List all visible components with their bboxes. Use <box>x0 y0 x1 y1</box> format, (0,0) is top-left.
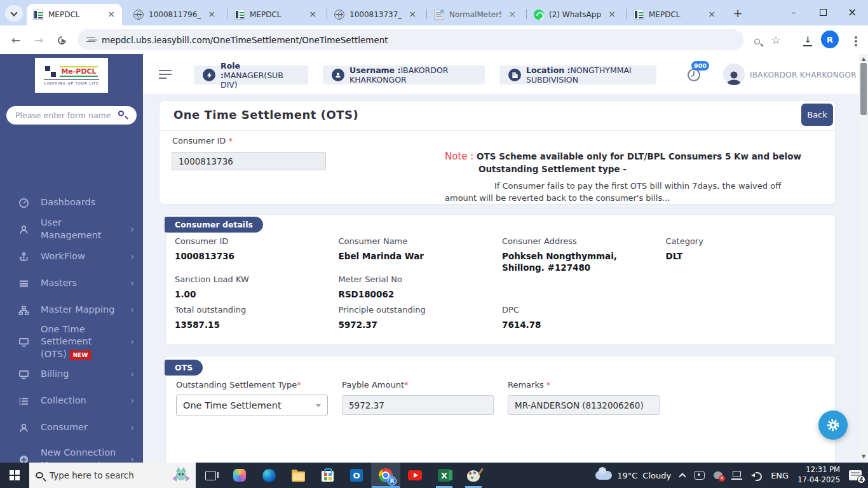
window-minimize-button[interactable]: – <box>779 0 808 24</box>
hamburger-menu-icon[interactable] <box>159 70 172 79</box>
sidebar-item-workflow[interactable]: WorkFlow › <box>0 247 143 267</box>
new-tab-button[interactable]: + <box>729 6 746 20</box>
excel-button[interactable]: X <box>430 463 459 488</box>
field-label: Consumer ID <box>175 236 339 246</box>
volume-tray-icon[interactable] <box>751 471 762 480</box>
edge-icon <box>262 469 276 482</box>
browser-tab[interactable]: MEPDCL × <box>228 4 323 25</box>
outlook-button[interactable]: O <box>342 463 371 488</box>
sidebar-item-masters[interactable]: Masters › <box>0 273 143 294</box>
app-logo[interactable]: Me-PDCL LIGHTING UP YOUR LIFE <box>35 58 108 93</box>
taskbar-time: 12:31 PM <box>797 465 840 475</box>
browser-tab[interactable]: MEPDCL × <box>627 4 722 25</box>
remarks-input[interactable] <box>508 395 660 415</box>
folder-icon <box>292 471 305 482</box>
site-settings-icon[interactable] <box>86 36 95 44</box>
sidebar-item-collection[interactable]: Collection › <box>0 391 143 411</box>
forward-icon[interactable]: → <box>31 32 47 48</box>
paint-button[interactable] <box>459 463 488 488</box>
tab-separator <box>327 9 327 19</box>
taskbar-search[interactable]: Type here to search <box>29 463 196 488</box>
tab-close-icon[interactable]: × <box>105 9 117 20</box>
address-bar[interactable]: mepdcl.ubs.ieasybill.com/OneTimeSettleme… <box>78 29 743 50</box>
form-search-input[interactable] <box>6 106 137 125</box>
chevron-down-icon <box>10 9 17 16</box>
bookmark-star-icon[interactable]: ☆ <box>768 32 784 48</box>
list-icon <box>18 278 29 289</box>
zoom-icon[interactable] <box>749 33 765 50</box>
sidebar-item-master-mapping[interactable]: Master Mapping › <box>0 300 143 320</box>
chrome-button[interactable]: R <box>371 463 400 488</box>
tab-close-icon[interactable]: × <box>407 9 418 20</box>
payable-amount-input[interactable] <box>342 395 494 415</box>
url-text: mepdcl.ubs.ieasybill.com/OneTimeSettleme… <box>102 35 388 45</box>
browser-tab[interactable]: MEPDCL × <box>27 4 122 25</box>
weather-widget[interactable]: 19°C Cloudy <box>595 471 671 480</box>
sidebar-item-dashboards[interactable]: Dashboards <box>0 193 143 213</box>
field-value: DLT <box>666 251 830 262</box>
search-highlight-critter-icon[interactable] <box>173 468 189 483</box>
sidebar-item-user-management[interactable]: User Management › <box>0 219 143 240</box>
tab-close-icon[interactable]: × <box>606 9 618 20</box>
browser-tab[interactable]: NormalMeterSta × <box>428 4 523 25</box>
sidebar-item-one-time-settlement[interactable]: One Time Settlement (OTS)NEW › <box>0 326 143 358</box>
scroll-up-arrow[interactable]: ▲ <box>860 56 867 62</box>
edge-button[interactable] <box>254 463 283 488</box>
browser-menu-icon[interactable] <box>848 33 864 50</box>
language-indicator[interactable]: ENG <box>771 471 789 480</box>
taskbar: Type here to search O R X 19°C Cloudy EN… <box>0 463 868 488</box>
page-scrollbar[interactable] <box>859 54 868 463</box>
tab-search-button[interactable] <box>5 5 23 22</box>
browser-tab[interactable]: 1000813737_17- × <box>328 4 423 25</box>
settlement-type-select[interactable]: One Time Settlement <box>176 395 328 416</box>
tab-close-icon[interactable]: × <box>206 9 217 20</box>
consumer-id-input[interactable] <box>172 152 326 170</box>
task-view-button[interactable] <box>196 463 225 488</box>
building-icon <box>508 69 521 81</box>
user-icon <box>18 224 29 235</box>
tray-overflow-chevron[interactable] <box>679 473 686 480</box>
screen-record-tray-icon[interactable] <box>694 471 705 480</box>
tab-separator <box>426 9 427 19</box>
tab-label: 1000811796_17- <box>149 10 201 19</box>
back-icon[interactable]: ← <box>8 32 24 48</box>
browser-tab[interactable]: (2) WhatsApp × <box>527 4 623 25</box>
sidebar-item-consumer[interactable]: Consumer › <box>0 417 143 438</box>
browser-tab[interactable]: 1000811796_17- × <box>127 4 222 25</box>
tab-close-icon[interactable]: × <box>307 9 318 20</box>
reload-icon[interactable] <box>53 32 70 48</box>
task-view-icon <box>205 471 216 480</box>
window-close-button[interactable]: × <box>837 0 867 24</box>
window-restore-button[interactable] <box>808 0 837 24</box>
tab-close-icon[interactable]: × <box>706 9 717 20</box>
notification-center-icon[interactable]: 4 <box>849 470 862 480</box>
tab-close-icon[interactable]: × <box>506 9 518 20</box>
start-button[interactable] <box>0 463 29 488</box>
youtube-button[interactable] <box>400 463 430 488</box>
sidebar-item-billing[interactable]: Billing › <box>0 364 143 384</box>
weather-desc: Cloudy <box>642 471 671 480</box>
cloud-icon <box>595 471 612 480</box>
back-button[interactable]: Back <box>801 104 833 126</box>
paint-icon <box>467 470 480 482</box>
field: Consumer ID1000813736 <box>175 236 339 273</box>
microsoft-store-button[interactable] <box>313 463 342 488</box>
network-tray-icon[interactable] <box>731 471 742 480</box>
tab-separator <box>227 9 227 19</box>
user-avatar[interactable] <box>723 64 745 85</box>
file-explorer-button[interactable] <box>283 463 313 488</box>
username-label: Username : <box>349 65 400 75</box>
settings-fab-button[interactable] <box>818 410 848 440</box>
sync-error-tray-icon[interactable] <box>714 471 722 479</box>
windows-logo-icon <box>10 470 20 480</box>
header-profile-name: IBAKORDOR KHARKONGOR <box>750 71 857 79</box>
field-value: Ebel Marinda War <box>339 251 503 262</box>
copilot-button[interactable] <box>225 463 254 488</box>
downloads-icon[interactable] <box>799 33 816 50</box>
browser-profile-avatar[interactable]: R <box>821 30 839 48</box>
taskbar-date: 17-04-2025 <box>797 475 840 485</box>
scrollbar-thumb[interactable] <box>860 63 867 115</box>
sidebar-item-label: Dashboards <box>41 196 134 209</box>
taskbar-clock[interactable]: 12:31 PM 17-04-2025 <box>797 465 840 485</box>
scroll-down-arrow[interactable]: ▼ <box>860 454 867 459</box>
